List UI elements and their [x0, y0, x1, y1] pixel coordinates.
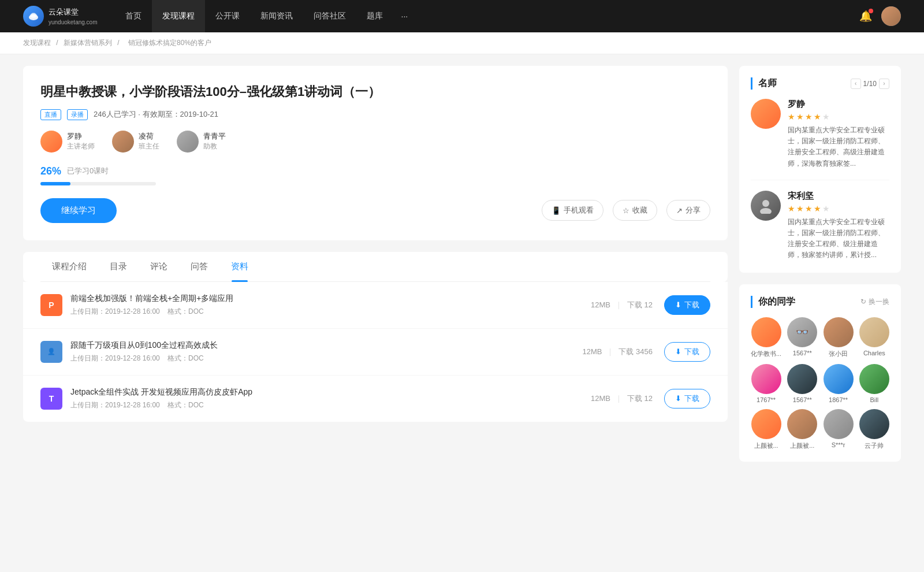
- tab-materials[interactable]: 资料: [219, 252, 260, 281]
- classmate-item-3: Charles: [859, 317, 889, 358]
- navbar: 云朵课堂yunduoketang.com 首页 发现课程 公开课 新闻资讯 问答…: [0, 0, 924, 32]
- download-icon-2: ⬇: [675, 394, 681, 403]
- tab-qa[interactable]: 问答: [179, 252, 219, 281]
- classmate-name-11: 云子帅: [865, 441, 884, 450]
- teacher-avatar-2: [177, 131, 199, 153]
- sidebar-teacher-1: 宋利坚 ★ ★ ★ ★ ★ 国内某重点大学安全工程专业硕士，国家一级注册消防工程…: [751, 191, 889, 261]
- progress-bar-bg: [40, 182, 156, 185]
- share-button[interactable]: ↗ 分享: [666, 200, 710, 221]
- teachers-card: 名师 ‹ 1/10 › 罗静 ★ ★: [739, 66, 901, 273]
- tab-review[interactable]: 评论: [139, 252, 179, 281]
- bell-icon[interactable]: 🔔: [859, 10, 872, 23]
- classmate-name-2: 张小田: [829, 350, 848, 358]
- collect-label: 收藏: [632, 205, 647, 216]
- material-stats-0: 12MB ｜ 下载 12: [591, 300, 653, 310]
- download-button-2[interactable]: ⬇ 下载: [664, 389, 710, 408]
- classmate-name-3: Charles: [863, 350, 885, 356]
- material-stats-2: 12MB ｜ 下载 12: [591, 393, 653, 404]
- download-label-1: 下载: [684, 347, 699, 357]
- classmate-item-9: 上颜被...: [787, 409, 817, 450]
- material-format-1: 格式：DOC: [167, 354, 204, 362]
- tag-live: 直播: [40, 109, 61, 120]
- sidebar-teacher-info-0: 罗静 ★ ★ ★ ★ ★ 国内某重点大学安全工程专业硕士，国家一级注册消防工程师…: [788, 99, 889, 169]
- collect-button[interactable]: ☆ 收藏: [613, 200, 657, 221]
- nav-exam[interactable]: 题库: [356, 0, 393, 32]
- nav-discover[interactable]: 发现课程: [152, 0, 205, 32]
- classmate-avatar-9: [787, 409, 817, 439]
- material-title-2: Jetpack全组件实战 开发短视频应用高仿皮皮虾App: [70, 387, 591, 398]
- user-avatar[interactable]: [881, 6, 901, 26]
- classmate-item-5: 1567**: [787, 364, 817, 403]
- nav-more[interactable]: ···: [393, 0, 416, 32]
- material-date-1: 上传日期：2019-12-28 16:00: [70, 354, 160, 362]
- main-container: 明星中教授课，小学阶段语法100分–强化级第1讲动词（一） 直播 录播 246人…: [0, 54, 924, 485]
- mobile-view-button[interactable]: 📱 手机观看: [542, 200, 603, 221]
- tab-intro[interactable]: 课程介绍: [40, 252, 98, 281]
- classmate-avatar-1: 👓: [787, 317, 817, 347]
- classmates-card: 你的同学 ↻ 换一换 化学教书... 👓 1567**: [739, 284, 901, 462]
- nav-home[interactable]: 首页: [115, 0, 152, 32]
- material-meta-0: 上传日期：2019-12-28 16:00 格式：DOC: [70, 307, 591, 317]
- course-enrollment: 246人已学习 · 有效期至：2019-10-21: [94, 109, 218, 120]
- download-label-2: 下载: [684, 393, 699, 404]
- sidebar-teacher-name-0: 罗静: [788, 99, 889, 110]
- material-info-0: 前端全栈加强版！前端全栈+全周期+多端应用 上传日期：2019-12-28 16…: [70, 294, 591, 317]
- classmate-item-1: 👓 1567**: [787, 317, 817, 358]
- progress-bar-fill: [40, 182, 70, 185]
- classmate-name-5: 1567**: [793, 396, 812, 403]
- refresh-button[interactable]: ↻ 换一换: [860, 297, 889, 307]
- navbar-right: 🔔: [859, 6, 901, 26]
- material-size-1: 12MB: [582, 347, 602, 356]
- collect-icon: ☆: [623, 206, 629, 215]
- classmate-avatar-2: [824, 317, 854, 347]
- materials-list: P 前端全栈加强版！前端全栈+全周期+多端应用 上传日期：2019-12-28 …: [23, 282, 728, 422]
- classmate-name-8: 上颜被...: [754, 441, 778, 450]
- material-meta-2: 上传日期：2019-12-28 16:00 格式：DOC: [70, 400, 591, 410]
- prev-arrow[interactable]: ‹: [851, 79, 861, 89]
- download-button-1[interactable]: ⬇ 下载: [664, 342, 710, 362]
- classmates-header: 你的同学 ↻ 换一换: [751, 296, 889, 308]
- notification-dot: [869, 9, 873, 13]
- breadcrumb-discover[interactable]: 发现课程: [23, 39, 51, 47]
- breadcrumb-series[interactable]: 新媒体营销系列: [64, 39, 112, 47]
- classmate-name-1: 1567**: [793, 350, 812, 356]
- tab-catalog[interactable]: 目录: [98, 252, 139, 281]
- share-icon: ↗: [676, 206, 683, 215]
- classmate-name-9: 上颜被...: [790, 441, 814, 450]
- download-icon-1: ⬇: [675, 347, 681, 356]
- classmates-title: 你的同学: [751, 296, 795, 308]
- sidebar-teacher-stars-1: ★ ★ ★ ★ ★: [788, 204, 889, 213]
- classmate-avatar-6: [824, 364, 854, 394]
- teachers-card-header: 名师 ‹ 1/10 ›: [751, 77, 889, 90]
- material-date-2: 上传日期：2019-12-28 16:00: [70, 401, 160, 409]
- nav-qa[interactable]: 问答社区: [303, 0, 356, 32]
- classmate-item-0: 化学教书...: [751, 317, 781, 358]
- logo[interactable]: 云朵课堂yunduoketang.com: [23, 6, 98, 27]
- continue-button[interactable]: 继续学习: [40, 198, 117, 223]
- progress-header: 26% 已学习0课时: [40, 165, 710, 177]
- classmate-avatar-5: [787, 364, 817, 394]
- classmate-name-0: 化学教书...: [751, 350, 781, 358]
- svg-point-2: [31, 13, 36, 16]
- tag-record: 录播: [67, 109, 88, 120]
- classmate-item-2: 张小田: [823, 317, 853, 358]
- next-arrow[interactable]: ›: [879, 79, 889, 89]
- download-button-0[interactable]: ⬇ 下载: [664, 295, 710, 315]
- nav-open[interactable]: 公开课: [205, 0, 250, 32]
- material-icon-0: P: [40, 294, 62, 316]
- classmate-item-11: 云子帅: [859, 409, 889, 450]
- course-actions: 继续学习 📱 手机观看 ☆ 收藏 ↗ 分享: [40, 198, 710, 223]
- teacher-avatar-1: [112, 131, 134, 153]
- sidebar-teacher-stars-0: ★ ★ ★ ★ ★: [788, 112, 889, 121]
- nav-news[interactable]: 新闻资讯: [250, 0, 303, 32]
- material-item-0: P 前端全栈加强版！前端全栈+全周期+多端应用 上传日期：2019-12-28 …: [23, 282, 728, 329]
- classmate-name-6: 1867**: [829, 396, 848, 403]
- action-buttons: 📱 手机观看 ☆ 收藏 ↗ 分享: [542, 200, 710, 221]
- classmate-name-7: Bill: [870, 396, 879, 403]
- material-size-2: 12MB: [591, 394, 610, 403]
- classmate-name-10: S***r: [832, 441, 845, 448]
- material-format-0: 格式：DOC: [167, 307, 204, 315]
- tabs-header: 课程介绍 目录 评论 问答 资料: [40, 252, 710, 282]
- teachers-title: 名师: [751, 77, 777, 90]
- material-info-1: 跟随千万级项目从0到100全过程高效成长 上传日期：2019-12-28 16:…: [70, 340, 582, 363]
